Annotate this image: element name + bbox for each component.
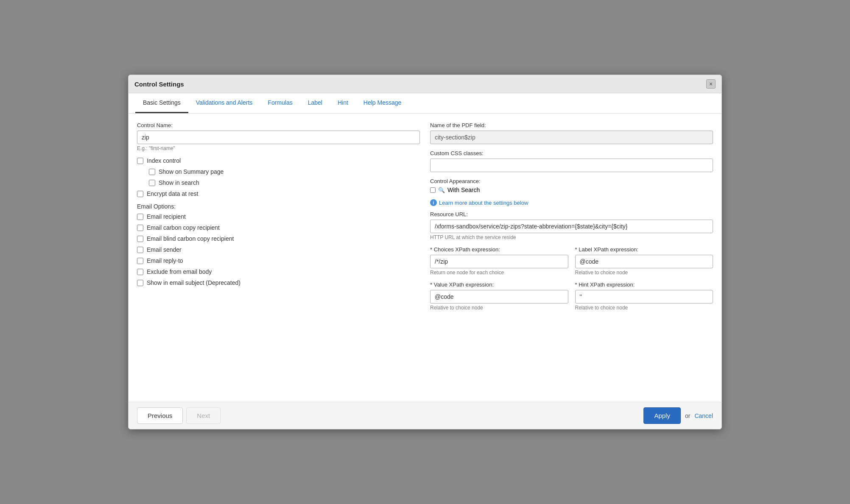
show-search-checkbox[interactable]	[149, 180, 155, 186]
value-xpath-label: * Value XPath expression:	[430, 281, 568, 288]
learn-more-link[interactable]: i Learn more about the settings below	[430, 199, 713, 206]
xpath-row-1: * Choices XPath expression: Return one n…	[430, 246, 713, 281]
pdf-field-group: Name of the PDF field:	[430, 122, 713, 144]
index-control-checkbox[interactable]	[137, 158, 143, 164]
index-control-label[interactable]: Index control	[147, 157, 181, 164]
footer-left: Previous Next	[137, 407, 221, 424]
email-options-section-label: Email Options:	[137, 203, 420, 210]
email-sender-checkbox[interactable]	[137, 247, 143, 253]
value-xpath-hint: Relative to choice node	[430, 305, 568, 311]
show-search-checkbox-item: Show in search	[149, 179, 420, 186]
apply-button[interactable]: Apply	[643, 407, 681, 424]
with-search-label[interactable]: With Search	[447, 187, 480, 193]
tabs-bar: Basic Settings Validations and Alerts Fo…	[129, 93, 721, 114]
tab-hint[interactable]: Hint	[330, 93, 356, 113]
label-xpath-label: * Label XPath expression:	[575, 246, 713, 253]
main-body: Control Name: E.g.: "first-name" Index c…	[129, 114, 721, 402]
previous-button[interactable]: Previous	[137, 407, 183, 424]
footer-right: Apply or Cancel	[643, 407, 713, 424]
email-reply-to-checkbox[interactable]	[137, 258, 143, 264]
email-bcc-item: Email blind carbon copy recipient	[137, 235, 420, 242]
show-search-label[interactable]: Show in search	[159, 179, 199, 186]
or-text: or	[685, 412, 690, 419]
show-summary-label[interactable]: Show on Summary page	[159, 168, 224, 175]
appearance-field-group: Control Appearance: 🔍 With Search	[430, 178, 713, 193]
control-name-label: Control Name:	[137, 122, 420, 128]
control-settings-dialog: Control Settings × Basic Settings Valida…	[128, 75, 722, 429]
email-reply-to-item: Email reply-to	[137, 257, 420, 264]
show-email-subject-label[interactable]: Show in email subject (Deprecated)	[147, 279, 240, 286]
next-button[interactable]: Next	[186, 407, 221, 424]
control-name-field-group: Control Name: E.g.: "first-name"	[137, 122, 420, 151]
tab-formulas[interactable]: Formulas	[260, 93, 300, 113]
show-summary-checkbox[interactable]	[149, 169, 155, 175]
hint-xpath-group: * Hint XPath expression: Relative to cho…	[575, 281, 713, 311]
right-column: Name of the PDF field: Custom CSS classe…	[430, 122, 713, 395]
email-cc-label[interactable]: Email carbon copy recipient	[147, 224, 220, 231]
pdf-field-input[interactable]	[430, 131, 713, 144]
xpath-row-2: * Value XPath expression: Relative to ch…	[430, 281, 713, 317]
show-summary-checkbox-item: Show on Summary page	[149, 168, 420, 175]
label-xpath-hint: Relative to choice node	[575, 270, 713, 276]
email-bcc-checkbox[interactable]	[137, 236, 143, 242]
pdf-field-label: Name of the PDF field:	[430, 122, 713, 128]
css-classes-label: Custom CSS classes:	[430, 150, 713, 156]
learn-more-text: Learn more about the settings below	[439, 200, 528, 206]
css-classes-field-group: Custom CSS classes:	[430, 150, 713, 172]
search-icon: 🔍	[438, 187, 445, 193]
show-email-subject-checkbox[interactable]	[137, 280, 143, 286]
email-recipient-item: Email recipient	[137, 213, 420, 220]
resource-url-field-group: Resource URL: HTTP URL at which the serv…	[430, 211, 713, 240]
control-name-input[interactable]	[137, 131, 420, 144]
email-cc-item: Email carbon copy recipient	[137, 224, 420, 231]
choices-xpath-group: * Choices XPath expression: Return one n…	[430, 246, 568, 276]
close-button[interactable]: ×	[706, 79, 716, 89]
resource-url-hint: HTTP URL at which the service reside	[430, 234, 713, 240]
hint-xpath-label: * Hint XPath expression:	[575, 281, 713, 288]
css-classes-input[interactable]	[430, 159, 713, 172]
tab-validations-alerts[interactable]: Validations and Alerts	[188, 93, 260, 113]
email-cc-checkbox[interactable]	[137, 225, 143, 231]
with-search-checkbox[interactable]	[430, 187, 436, 193]
encrypt-checkbox-item: Encrypt data at rest	[137, 190, 420, 197]
control-name-hint: E.g.: "first-name"	[137, 145, 420, 151]
exclude-email-body-label[interactable]: Exclude from email body	[147, 268, 212, 275]
email-recipient-checkbox[interactable]	[137, 214, 143, 220]
appearance-label: Control Appearance:	[430, 178, 713, 184]
email-bcc-label[interactable]: Email blind carbon copy recipient	[147, 235, 234, 242]
left-column: Control Name: E.g.: "first-name" Index c…	[137, 122, 420, 395]
email-sender-item: Email sender	[137, 246, 420, 253]
tab-help-message[interactable]: Help Message	[356, 93, 409, 113]
show-email-subject-item: Show in email subject (Deprecated)	[137, 279, 420, 286]
email-sender-label[interactable]: Email sender	[147, 246, 182, 253]
choices-xpath-input[interactable]	[430, 255, 568, 268]
dialog-title: Control Settings	[134, 81, 184, 88]
email-reply-to-label[interactable]: Email reply-to	[147, 257, 183, 264]
label-xpath-input[interactable]	[575, 255, 713, 268]
info-icon: i	[430, 199, 437, 206]
encrypt-checkbox[interactable]	[137, 191, 143, 197]
exclude-email-body-item: Exclude from email body	[137, 268, 420, 275]
index-subgroup: Show on Summary page Show in search	[149, 168, 420, 186]
exclude-email-body-checkbox[interactable]	[137, 269, 143, 275]
choices-xpath-label: * Choices XPath expression:	[430, 246, 568, 253]
value-xpath-input[interactable]	[430, 290, 568, 304]
value-xpath-group: * Value XPath expression: Relative to ch…	[430, 281, 568, 311]
with-search-row: 🔍 With Search	[430, 187, 713, 193]
encrypt-label[interactable]: Encrypt data at rest	[147, 190, 198, 197]
resource-url-input[interactable]	[430, 220, 713, 233]
resource-url-label: Resource URL:	[430, 211, 713, 217]
cancel-link[interactable]: Cancel	[694, 412, 713, 419]
dialog-titlebar: Control Settings ×	[129, 75, 721, 93]
dialog-footer: Previous Next Apply or Cancel	[129, 402, 721, 429]
hint-xpath-hint: Relative to choice node	[575, 305, 713, 311]
label-xpath-group: * Label XPath expression: Relative to ch…	[575, 246, 713, 276]
index-control-checkbox-item: Index control	[137, 157, 420, 164]
hint-xpath-input[interactable]	[575, 290, 713, 304]
choices-xpath-hint: Return one node for each choice	[430, 270, 568, 276]
email-recipient-label[interactable]: Email recipient	[147, 213, 186, 220]
tab-basic-settings[interactable]: Basic Settings	[135, 93, 188, 113]
tab-label[interactable]: Label	[300, 93, 330, 113]
